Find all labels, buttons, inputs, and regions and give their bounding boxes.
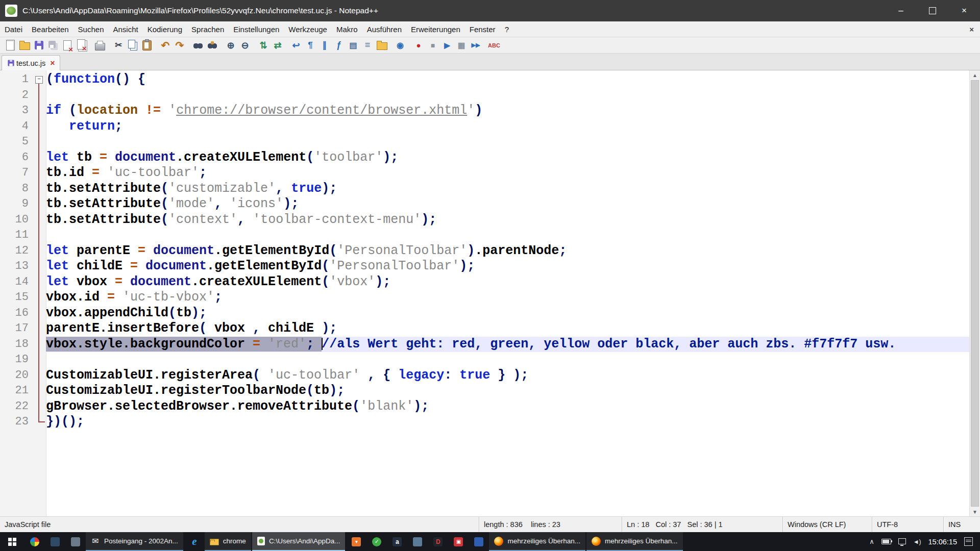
save-icon[interactable] bbox=[33, 39, 45, 52]
spell-check-icon[interactable]: ABC bbox=[488, 39, 500, 52]
fold-margin[interactable] bbox=[33, 352, 46, 368]
fold-margin[interactable] bbox=[33, 88, 46, 104]
print-icon[interactable] bbox=[94, 39, 106, 52]
show-all-chars-icon[interactable]: ¶ bbox=[304, 39, 316, 52]
menu-werkzeuge[interactable]: Werkzeuge bbox=[284, 21, 332, 37]
line-number[interactable]: 19 bbox=[0, 352, 33, 368]
menubar-close-icon[interactable]: × bbox=[969, 25, 974, 34]
taskbar-pinned-red-d[interactable] bbox=[428, 532, 448, 551]
code-line-10[interactable]: 10tb.setAttribute('context', 'toolbar-co… bbox=[0, 212, 970, 228]
start-button[interactable] bbox=[0, 532, 24, 551]
line-number[interactable]: 11 bbox=[0, 228, 33, 243]
taskbar-window-firefox[interactable]: mehrzeiliges Überhan... bbox=[489, 532, 585, 551]
line-number[interactable]: 3 bbox=[0, 103, 33, 119]
close-button[interactable]: × bbox=[948, 0, 980, 21]
fold-margin[interactable] bbox=[33, 274, 46, 290]
line-number[interactable]: 18 bbox=[0, 337, 33, 353]
line-number[interactable]: 5 bbox=[0, 134, 33, 150]
menu-datei[interactable]: Datei bbox=[0, 21, 27, 37]
editor[interactable]: − 1(function() {23if (location != 'chrom… bbox=[0, 70, 980, 516]
menu-erweiterungen[interactable]: Erweiterungen bbox=[406, 21, 465, 37]
fold-margin[interactable] bbox=[33, 165, 46, 181]
macro-stop-icon[interactable]: ■ bbox=[427, 39, 439, 52]
paste-icon[interactable] bbox=[141, 39, 153, 52]
zoom-out-icon[interactable]: ⊖ bbox=[239, 39, 251, 52]
line-number[interactable]: 20 bbox=[0, 368, 33, 384]
sync-horizontal-icon[interactable]: ⇄ bbox=[272, 39, 284, 52]
taskbar-window-firefox[interactable]: mehrzeiliges Überhan... bbox=[586, 532, 683, 551]
taskbar-window-mail[interactable]: Posteingang - 2002An... bbox=[86, 532, 183, 551]
fold-margin[interactable] bbox=[33, 228, 46, 243]
taskbar-pinned-blue-app[interactable] bbox=[469, 532, 489, 551]
code-line-18[interactable]: 18vbox.style.backgroundColor = 'red'; //… bbox=[0, 337, 970, 353]
redo-icon[interactable]: ↷ bbox=[174, 39, 186, 52]
taskbar-pinned-app-dark[interactable] bbox=[45, 532, 65, 551]
menu-sprachen[interactable]: Sprachen bbox=[187, 21, 229, 37]
macro-run-multiple-icon[interactable]: ▶▶ bbox=[470, 39, 482, 52]
cut-icon[interactable]: ✂ bbox=[112, 39, 125, 52]
line-number[interactable]: 2 bbox=[0, 88, 33, 104]
code-line-20[interactable]: 20CustomizableUI.registerArea( 'uc-toolb… bbox=[0, 368, 970, 384]
code-line-1[interactable]: 1(function() { bbox=[0, 72, 970, 88]
line-number[interactable]: 8 bbox=[0, 181, 33, 197]
code-line-19[interactable]: 19 bbox=[0, 352, 970, 368]
indent-guide-icon[interactable]: ∥ bbox=[318, 39, 331, 52]
close-all-docs-icon[interactable] bbox=[76, 39, 88, 52]
fold-margin[interactable] bbox=[33, 259, 46, 274]
taskbar-pinned-app-grey[interactable] bbox=[65, 532, 86, 551]
fold-margin[interactable] bbox=[33, 383, 46, 399]
line-number[interactable]: 21 bbox=[0, 383, 33, 399]
scroll-down-arrow[interactable]: ▼ bbox=[970, 507, 980, 516]
macro-play-icon[interactable]: ▶ bbox=[441, 39, 453, 52]
fold-margin[interactable] bbox=[33, 399, 46, 415]
line-number[interactable]: 10 bbox=[0, 212, 33, 228]
close-doc-icon[interactable] bbox=[61, 39, 74, 52]
menu-ansicht[interactable]: Ansicht bbox=[108, 21, 142, 37]
tab-close-icon[interactable]: × bbox=[50, 59, 55, 67]
line-number[interactable]: 6 bbox=[0, 150, 33, 166]
line-number[interactable]: 7 bbox=[0, 165, 33, 181]
maximize-button[interactable] bbox=[917, 0, 948, 21]
fold-margin[interactable] bbox=[33, 306, 46, 321]
taskbar-pinned-green-check[interactable] bbox=[366, 532, 387, 551]
find-icon[interactable] bbox=[192, 39, 204, 52]
save-all-icon[interactable] bbox=[47, 39, 59, 52]
code-line-2[interactable]: 2 bbox=[0, 88, 970, 104]
tray-expand-chevron-icon[interactable]: ∧ bbox=[869, 538, 874, 545]
fold-margin[interactable] bbox=[33, 290, 46, 306]
code-line-15[interactable]: 15vbox.id = 'uc-tb-vbox'; bbox=[0, 290, 970, 306]
taskbar-pinned-dark-a[interactable] bbox=[387, 532, 407, 551]
code-line-14[interactable]: 14let vbox = document.createXULElement('… bbox=[0, 274, 970, 290]
code-line-5[interactable]: 5 bbox=[0, 134, 970, 150]
fold-margin[interactable] bbox=[33, 134, 46, 150]
taskbar-pinned-slate-app[interactable] bbox=[407, 532, 428, 551]
taskbar-window-notepadpp[interactable]: C:\Users\Andi\AppDa... bbox=[252, 532, 346, 551]
fold-margin[interactable] bbox=[33, 181, 46, 197]
fold-margin[interactable] bbox=[33, 196, 46, 212]
code-line-8[interactable]: 8tb.setAttribute('customizable', true); bbox=[0, 181, 970, 197]
line-number[interactable]: 1 bbox=[0, 72, 33, 88]
menu-kodierung[interactable]: Kodierung bbox=[143, 21, 187, 37]
volume-icon[interactable]: ◄) bbox=[913, 538, 921, 545]
action-center-icon[interactable] bbox=[964, 537, 973, 546]
code-line-21[interactable]: 21CustomizableUI.registerToolbarNode(tb)… bbox=[0, 383, 970, 399]
fold-margin[interactable] bbox=[33, 119, 46, 135]
fold-margin[interactable] bbox=[33, 337, 46, 353]
fold-margin[interactable] bbox=[33, 368, 46, 384]
new-file-icon[interactable] bbox=[4, 39, 16, 52]
code-line-23[interactable]: 23})(); bbox=[0, 414, 970, 430]
code-line-9[interactable]: 9tb.setAttribute('mode', 'icons'); bbox=[0, 196, 970, 212]
menu-?[interactable]: ? bbox=[500, 21, 513, 37]
menu-bearbeiten[interactable]: Bearbeiten bbox=[27, 21, 74, 37]
battery-icon[interactable] bbox=[881, 539, 891, 544]
macro-record-icon[interactable]: ● bbox=[412, 39, 425, 52]
undo-icon[interactable]: ↶ bbox=[159, 39, 172, 52]
zoom-in-icon[interactable]: ⊕ bbox=[225, 39, 237, 52]
fold-collapse-marker[interactable]: − bbox=[35, 76, 43, 84]
replace-icon[interactable] bbox=[206, 39, 218, 52]
fold-margin[interactable] bbox=[33, 212, 46, 228]
folder-as-workspace-icon[interactable] bbox=[376, 39, 388, 52]
word-wrap-icon[interactable]: ↩ bbox=[290, 39, 302, 52]
copy-icon[interactable] bbox=[127, 39, 139, 52]
sync-vertical-icon[interactable]: ⇅ bbox=[257, 39, 270, 52]
